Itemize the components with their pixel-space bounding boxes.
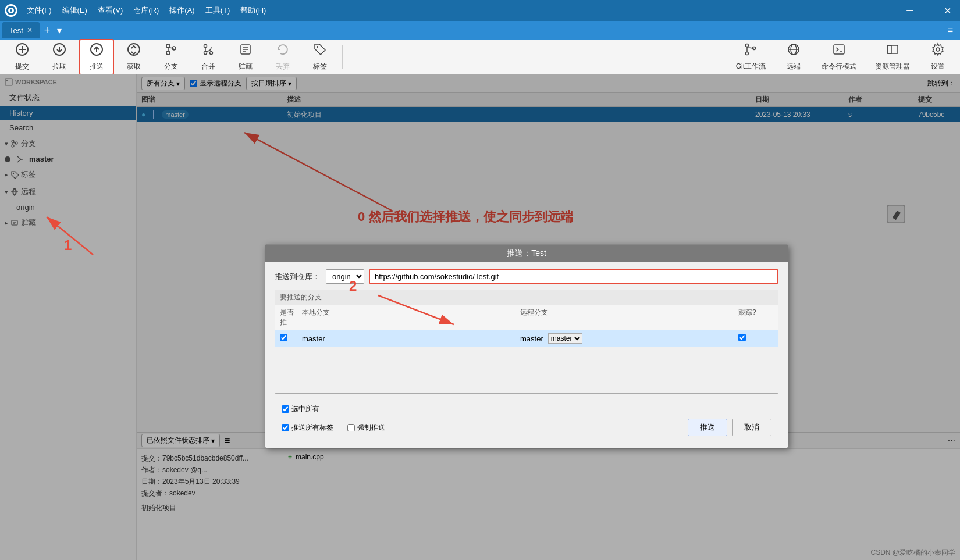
stash-button[interactable]: 贮藏 [228,39,263,75]
push-button[interactable]: 推送 [79,39,114,75]
tag-icon [313,42,327,60]
svg-line-54 [47,217,93,255]
svg-point-11 [166,44,170,48]
tab-close-icon[interactable]: ✕ [27,26,33,34]
toolbar-right: Git工作流 远端 命令行模式 资源管理器 设置 [728,39,955,75]
tab-label: Test [9,26,23,35]
modal-repo-url-input[interactable] [369,269,778,284]
cancel-button[interactable]: 取消 [732,419,771,436]
toolbar: 提交 拉取 推送 获取 分支 合并 贮藏 [0,40,960,74]
svg-point-35 [936,48,940,51]
menu-repo[interactable]: 仓库(R) [129,4,163,17]
commit-button[interactable]: 提交 [5,39,40,75]
branch-checkbox[interactable] [280,334,287,341]
push-tags-input[interactable] [282,424,289,431]
annotation-num-1: 1 [64,237,72,254]
svg-point-24 [746,44,749,47]
merge-label: 合并 [201,62,215,72]
svg-rect-33 [887,45,898,53]
git-flow-button[interactable]: Git工作流 [728,39,774,75]
fetch-icon [127,42,141,60]
force-push-input[interactable] [347,424,355,431]
discard-button[interactable]: 丢弃 [265,39,300,75]
track-checkbox[interactable] [738,334,746,341]
remote-branch-select[interactable]: master [548,333,582,344]
hamburger-menu-button[interactable]: ≡ [943,23,958,38]
tag-button[interactable]: 标签 [303,39,337,75]
pull-icon [52,42,66,60]
push-tags-checkbox[interactable]: 推送所有标签 [282,423,333,433]
modal-title-bar: 推送：Test [265,245,788,262]
maximize-button[interactable]: □ [920,3,937,17]
col-local: 本地分支 [302,308,515,327]
git-flow-label: Git工作流 [736,62,766,72]
remote-icon [787,42,801,60]
menu-tools[interactable]: 工具(T) [201,4,235,17]
new-tab-button[interactable]: + [40,22,55,39]
modal-overlay: 推送：Test 推送到仓库： origin 要推送的分支 是否推 本地分支 [0,74,960,560]
svg-point-23 [317,46,318,48]
push-icon [90,42,104,60]
branch-icon [164,42,178,60]
modal-repo-row: 推送到仓库： origin [275,269,778,284]
terminal-label: 命令行模式 [822,62,856,72]
menu-actions[interactable]: 操作(A) [165,4,199,17]
toolbar-separator [342,45,343,69]
branch-button[interactable]: 分支 [154,39,189,75]
branch-label: 分支 [164,62,178,72]
pull-button[interactable]: 拉取 [42,39,77,75]
tab-test[interactable]: Test ✕ [2,22,40,38]
tab-dropdown-button[interactable]: ▾ [55,23,64,38]
stash-label: 贮藏 [239,62,253,72]
branch-section-title: 要推送的分支 [275,290,778,305]
tab-bar: Test ✕ + ▾ ≡ [0,21,960,40]
menu-help[interactable]: 帮助(H) [236,4,271,17]
merge-button[interactable]: 合并 [191,39,226,75]
title-bar-controls: ─ □ ✕ [902,3,955,17]
tag-label: 标签 [313,62,327,72]
branch-track-cell[interactable] [738,334,773,343]
branch-empty-space [275,347,778,393]
select-all-input[interactable] [282,405,289,413]
pull-label: 拉取 [52,62,66,72]
settings-button[interactable]: 设置 [920,39,955,75]
modal-body: 推送到仓库： origin 要推送的分支 是否推 本地分支 远程分支 跟踪? [265,262,788,448]
force-push-checkbox[interactable]: 强制推送 [347,423,385,433]
modal-title: 推送：Test [507,248,546,259]
menu-view[interactable]: 查看(V) [93,4,127,17]
terminal-button[interactable]: 命令行模式 [813,39,865,75]
menu-edit[interactable]: 编辑(E) [58,4,92,17]
discard-label: 丢弃 [276,62,290,72]
fetch-label: 获取 [127,62,141,72]
app-logo [5,4,17,17]
close-button[interactable]: ✕ [939,3,955,17]
modal-repo-select[interactable]: origin [326,269,364,284]
terminal-icon [832,42,846,60]
branch-check-cell[interactable] [280,334,297,343]
repo-select-input[interactable]: origin [326,270,364,283]
title-bar: 文件(F) 编辑(E) 查看(V) 仓库(R) 操作(A) 工具(T) 帮助(H… [0,0,960,21]
discard-icon [276,42,290,60]
commit-label: 提交 [15,62,29,72]
explorer-label: 资源管理器 [875,62,910,72]
col-remote: 远程分支 [520,308,734,327]
modal-footer: 选中所有 [275,400,778,419]
minimize-button[interactable]: ─ [902,3,918,17]
svg-rect-34 [887,45,891,53]
push-confirm-button[interactable]: 推送 [688,419,727,436]
branch-local-cell: master [302,334,515,343]
menu-file[interactable]: 文件(F) [22,4,56,17]
svg-point-17 [210,51,213,54]
col-track: 跟踪? [738,308,773,327]
svg-point-12 [166,51,170,55]
branch-remote-cell: master master [520,333,734,344]
remote-button[interactable]: 远端 [776,39,811,75]
modal-action-buttons: 推送 取消 [688,419,771,436]
branch-row[interactable]: master master master [275,330,778,347]
modal-repo-label: 推送到仓库： [275,272,321,282]
select-all-checkbox[interactable]: 选中所有 [282,404,319,414]
col-is-push: 是否推 [280,308,297,327]
fetch-button[interactable]: 获取 [116,39,151,75]
explorer-button[interactable]: 资源管理器 [867,39,918,75]
svg-point-15 [204,44,207,47]
